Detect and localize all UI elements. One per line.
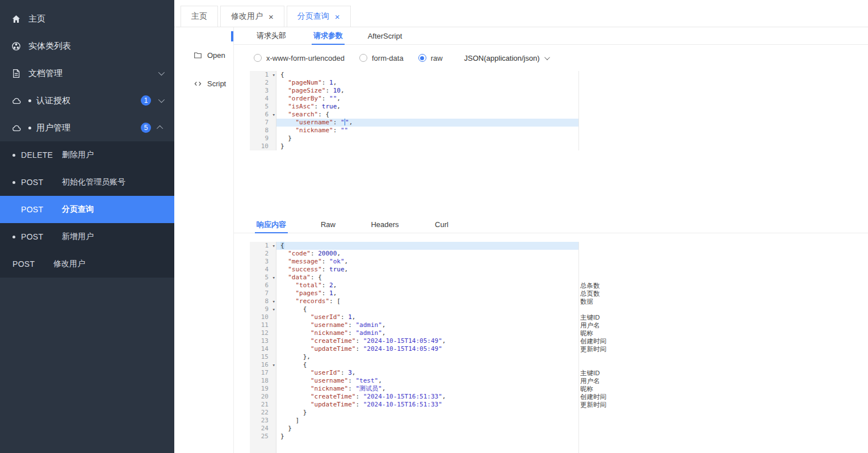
sidebar-item-home[interactable]: 主页: [0, 5, 174, 32]
item-dot: [28, 99, 31, 102]
sidebar-item-user-management[interactable]: 用户管理5: [0, 114, 174, 141]
line-number: 9: [265, 305, 269, 313]
count-badge: 1: [141, 95, 151, 106]
item-dot: [28, 127, 31, 129]
sidebar-item-entity-list[interactable]: 实体类列表: [0, 32, 174, 60]
editor-line[interactable]: 10}: [250, 142, 868, 150]
editor-line[interactable]: 24 }: [250, 425, 868, 433]
tab-update-user[interactable]: 修改用户×: [220, 6, 284, 27]
editor-line[interactable]: 3 "pageSize": 10,: [250, 87, 868, 95]
editor-line[interactable]: 4 "success": true,: [250, 266, 868, 274]
response-body-editor[interactable]: 1▾{2 "code": 20000,3 "message": "ok",4 "…: [250, 242, 868, 453]
response-tabs: 响应内容RawHeadersCurl: [234, 216, 868, 233]
rail-item-script[interactable]: Script: [174, 69, 233, 98]
sidebar-subitem-add-user[interactable]: POST新增用户: [0, 223, 174, 250]
field-comment: 更新时间: [580, 401, 606, 409]
response-tab-headers[interactable]: Headers: [357, 216, 413, 233]
radio-icon[interactable]: [418, 54, 426, 62]
sidebar-item-auth[interactable]: 认证授权1: [0, 87, 174, 114]
editor-line[interactable]: 20 "createTime": "2024-10-15T16:51:33",创…: [250, 393, 868, 401]
editor-line[interactable]: 18 "username": "test",用户名: [250, 377, 868, 385]
editor-line[interactable]: 3 "message": "ok",: [250, 258, 868, 266]
body-type-raw[interactable]: raw: [418, 54, 443, 62]
editor-line[interactable]: 19 "nickname": "测试员",昵称: [250, 385, 868, 393]
editor-line[interactable]: 1▾{: [250, 242, 868, 250]
request-tab-afterscript[interactable]: AfterScript: [357, 27, 413, 44]
response-tab-curl[interactable]: Curl: [413, 216, 470, 233]
editor-line[interactable]: 16▾ {: [250, 361, 868, 369]
fold-arrow-icon[interactable]: ▾: [272, 71, 275, 79]
line-number: 9: [265, 135, 269, 142]
editor-line[interactable]: 25}: [250, 433, 868, 441]
editor-line[interactable]: 11 "username": "admin",用户名: [250, 321, 868, 329]
sidebar-subitem-update-user[interactable]: POST修改用户: [0, 250, 174, 278]
sidebar-item-label: 主页: [28, 14, 45, 24]
editor-gutter: 16▾: [250, 361, 276, 369]
editor-line[interactable]: 7 "username": "",: [250, 119, 868, 127]
line-number: 1: [265, 71, 269, 78]
editor-line[interactable]: 8 "nickname": "": [250, 127, 868, 135]
editor-line[interactable]: 12 "nickname": "admin",昵称: [250, 329, 868, 337]
close-icon[interactable]: ×: [335, 12, 340, 21]
rail-item-label: Open: [207, 51, 225, 60]
content-type-select[interactable]: JSON(application/json): [464, 54, 548, 62]
sidebar-subitem-init-admin[interactable]: POST初始化管理员账号: [0, 169, 174, 196]
editor-line[interactable]: 14 "updateTime": "2024-10-15T14:05:49"更新…: [250, 345, 868, 353]
line-number: 5: [265, 274, 269, 281]
editor-line[interactable]: 10 "userId": 1,主键ID: [250, 313, 868, 321]
body-type-row: x-www-form-urlencodedform-datarawJSON(ap…: [234, 45, 868, 71]
line-number: 12: [261, 329, 269, 337]
editor-gutter: 12: [250, 329, 276, 337]
editor-line[interactable]: 9 }: [250, 135, 868, 142]
fold-arrow-icon[interactable]: ▾: [272, 274, 275, 282]
code-text: ]: [276, 417, 868, 425]
sidebar-subitem-label: 新增用户: [62, 232, 94, 242]
editor-line[interactable]: 4 "orderBy": "",: [250, 95, 868, 103]
editor-line[interactable]: 2 "code": 20000,: [250, 250, 868, 258]
fold-arrow-icon[interactable]: ▾: [272, 361, 275, 369]
response-tab-raw[interactable]: Raw: [300, 216, 357, 233]
request-tab-params[interactable]: 请求参数: [300, 27, 357, 44]
body-type-form-data[interactable]: form-data: [359, 54, 404, 62]
line-number: 7: [265, 119, 269, 126]
body-type-urlencoded[interactable]: x-www-form-urlencoded: [254, 54, 345, 62]
radio-icon[interactable]: [359, 54, 367, 62]
editor-line[interactable]: 5 "isAsc": true,: [250, 103, 868, 111]
editor-line[interactable]: 15 },: [250, 353, 868, 361]
sidebar-item-doc-management[interactable]: 文档管理: [0, 60, 174, 87]
fold-arrow-icon[interactable]: ▾: [272, 297, 275, 305]
editor-line[interactable]: 6▾ "search": {: [250, 111, 868, 119]
editor-line[interactable]: 1▾{: [250, 71, 868, 79]
request-tab-headers[interactable]: 请求头部: [243, 27, 300, 44]
editor-line[interactable]: 5▾ "data": {: [250, 274, 868, 282]
editor-line[interactable]: 2 "pageNum": 1,: [250, 79, 868, 87]
sidebar-subitem-page-query[interactable]: POST分页查询: [0, 196, 174, 223]
editor-line[interactable]: 21 "updateTime": "2024-10-15T16:51:33"更新…: [250, 401, 868, 409]
fold-arrow-icon[interactable]: ▾: [272, 305, 275, 313]
request-body-editor[interactable]: 1▾{2 "pageNum": 1,3 "pageSize": 10,4 "or…: [250, 71, 868, 150]
editor-line[interactable]: 9▾ {: [250, 305, 868, 313]
code-text: "nickname": "测试员",: [276, 385, 868, 393]
rail-item-open[interactable]: Open: [174, 41, 233, 69]
editor-gutter: 21: [250, 401, 276, 409]
field-comment: 数据: [580, 297, 593, 305]
sidebar-subitem-delete-user[interactable]: DELETE删除用户: [0, 141, 174, 169]
editor-line[interactable]: 22 }: [250, 409, 868, 417]
body-type-label: raw: [431, 54, 443, 62]
editor-line[interactable]: 6 "total": 2,总条数: [250, 282, 868, 290]
cloud-icon: [11, 123, 21, 133]
fold-arrow-icon[interactable]: ▾: [272, 242, 275, 250]
editor-line[interactable]: 8▾ "records": [数据: [250, 297, 868, 305]
close-icon[interactable]: ×: [269, 12, 274, 21]
editor-line[interactable]: 13 "createTime": "2024-10-15T14:05:49",创…: [250, 337, 868, 345]
fold-arrow-icon[interactable]: ▾: [272, 111, 275, 119]
response-tab-body[interactable]: 响应内容: [243, 216, 300, 233]
editor-line[interactable]: 23 ]: [250, 417, 868, 425]
editor-line[interactable]: 7 "pages": 1,总页数: [250, 290, 868, 297]
chevron-down-icon: [544, 54, 550, 60]
tab-home[interactable]: 主页: [181, 6, 218, 27]
editor-line[interactable]: 17 "userId": 3,主键ID: [250, 369, 868, 377]
item-dot: [12, 181, 15, 184]
radio-icon[interactable]: [254, 54, 262, 62]
tab-page-query[interactable]: 分页查询×: [287, 6, 351, 27]
